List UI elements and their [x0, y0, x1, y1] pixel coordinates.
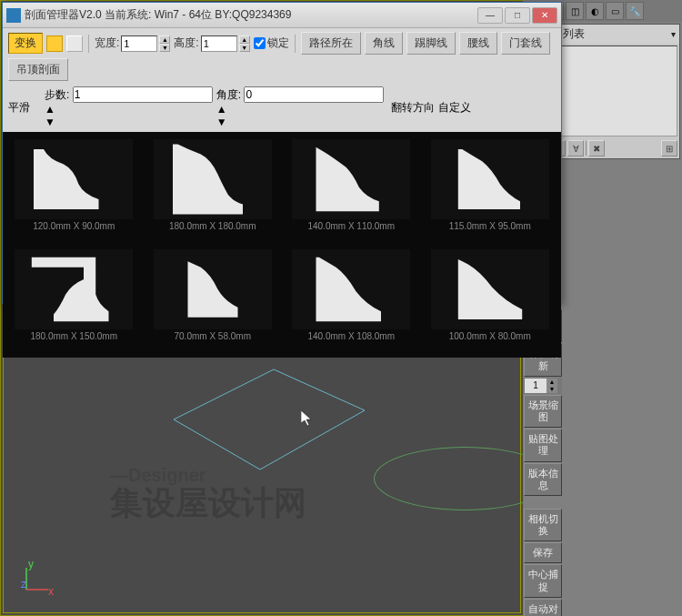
divider — [88, 35, 89, 53]
profile-thumb[interactable]: 180.0mm X 180.0mm — [149, 139, 277, 240]
width-label: 宽度: — [95, 35, 119, 51]
svg-marker-0 — [174, 369, 365, 470]
spin-up-icon[interactable]: ▲ — [547, 379, 557, 386]
hierarchy-tab-icon[interactable]: ◫ — [566, 2, 584, 20]
profile-caption: 140.0mm X 110.0mm — [307, 221, 395, 231]
watermark-cn: 集设屋设计网 — [110, 481, 306, 526]
svg-text:z: z — [21, 578, 26, 591]
profile-caption: 100.0mm X 80.0mm — [449, 331, 531, 341]
height-label: 高度: — [174, 35, 198, 51]
profile-caption: 115.0mm X 95.0mm — [449, 221, 531, 231]
transform-button[interactable]: 变换 — [8, 33, 43, 54]
scene-thumb-button[interactable]: 场景缩图 — [524, 395, 562, 428]
spin-down-icon[interactable]: ▼ — [547, 386, 557, 393]
version-info-button[interactable]: 版本信息 — [524, 463, 562, 496]
profile-thumb[interactable]: 140.0mm X 110.0mm — [287, 139, 416, 240]
utilities-tab-icon[interactable]: 🔧 — [626, 2, 644, 20]
profile-caption: 70.0mm X 58.0mm — [175, 331, 251, 341]
smooth-button[interactable]: 平滑 — [8, 100, 30, 116]
tab-ceiling[interactable]: 吊顶剖面 — [8, 58, 68, 81]
camera-switch-button[interactable]: 相机切换 — [524, 509, 562, 541]
spin-down-icon[interactable]: ▼ — [239, 44, 250, 52]
angle-label: 角度: — [216, 88, 241, 101]
spline-shape[interactable] — [165, 365, 374, 474]
custom-button[interactable]: 自定义 — [438, 100, 471, 116]
profile-caption: 180.0mm X 180.0mm — [169, 221, 256, 231]
spin-down-icon[interactable]: ▼ — [159, 44, 170, 52]
chevron-down-icon: ▾ — [671, 29, 676, 39]
app-icon — [6, 8, 21, 23]
axis-gizmo: y x z — [19, 560, 55, 597]
lock-checkbox[interactable] — [254, 37, 266, 49]
spin-down-icon[interactable]: ▼ — [216, 116, 385, 128]
profile-caption: 120.0mm X 90.0mm — [33, 221, 115, 231]
spin-up-icon[interactable]: ▲ — [216, 103, 385, 116]
tab-waist[interactable]: 腰线 — [459, 32, 497, 55]
width-input[interactable] — [121, 35, 157, 52]
corner-tr-button[interactable] — [66, 35, 83, 52]
titlebar[interactable]: 剖面管理器V2.0 当前系统: Win7 - 64位 BY:QQ9234369 … — [3, 3, 561, 28]
lock-label: 锁定 — [267, 35, 289, 51]
tab-baseboard[interactable]: 踢脚线 — [406, 32, 456, 55]
save-button[interactable]: 保存 — [524, 542, 562, 563]
profile-thumb[interactable]: 100.0mm X 80.0mm — [426, 249, 555, 350]
spin-up-icon[interactable]: ▲ — [159, 35, 170, 44]
profile-thumb[interactable]: 115.0mm X 95.0mm — [426, 139, 555, 240]
angle-input[interactable] — [244, 86, 384, 103]
auto-align-button[interactable]: 自动对齐 — [524, 599, 562, 616]
watermark: —Designer 集设屋设计网 — [110, 465, 306, 526]
profile-caption: 180.0mm X 150.0mm — [30, 331, 117, 341]
profile-thumb[interactable]: 140.0mm X 108.0mm — [287, 249, 416, 350]
toolbar-row2: 平滑 步数: ▲▼ 角度: ▲▼ 翻转方向 自定义 — [3, 85, 561, 132]
display-tab-icon[interactable]: ▭ — [606, 2, 624, 20]
center-snap-button[interactable]: 中心捕捉 — [524, 564, 562, 597]
window-title: 剖面管理器V2.0 当前系统: Win7 - 64位 BY:QQ9234369 — [25, 7, 291, 23]
profile-thumb[interactable]: 120.0mm X 90.0mm — [10, 139, 138, 240]
steps-label: 步数: — [45, 88, 69, 101]
minimize-button[interactable]: — — [477, 7, 503, 24]
texture-process-button[interactable]: 贴图处理 — [524, 429, 562, 461]
profile-thumb[interactable]: 70.0mm X 58.0mm — [149, 249, 277, 350]
motion-tab-icon[interactable]: ◐ — [586, 2, 604, 20]
remove-mod-icon[interactable]: ✖ — [588, 140, 605, 157]
profile-thumb[interactable]: 180.0mm X 150.0mm — [10, 249, 138, 350]
profile-manager-dialog: 剖面管理器V2.0 当前系统: Win7 - 64位 BY:QQ9234369 … — [2, 2, 562, 304]
spin-down-icon[interactable]: ▼ — [45, 116, 213, 128]
maximize-button[interactable]: □ — [505, 7, 530, 24]
spinner-value[interactable]: 1 — [525, 379, 547, 393]
cursor-icon — [301, 410, 316, 429]
corner-tl-button[interactable] — [46, 35, 63, 52]
profile-gallery[interactable]: 120.0mm X 90.0mm 180.0mm X 180.0mm 140.0… — [3, 132, 561, 358]
configure-icon[interactable]: ⊞ — [661, 140, 677, 157]
close-button[interactable]: ✕ — [532, 7, 557, 24]
tab-path[interactable]: 路径所在 — [301, 32, 361, 55]
flip-button[interactable]: 翻转方向 — [391, 100, 435, 116]
tab-corner[interactable]: 角线 — [365, 32, 403, 55]
steps-input[interactable] — [73, 86, 213, 103]
spin-up-icon[interactable]: ▲ — [45, 103, 213, 116]
svg-text:x: x — [48, 585, 54, 597]
toolbar-row1: 变换 宽度: ▲▼ 高度: ▲▼ 锁定 路径所在 角线 踢脚线 腰线 门套线 吊… — [3, 28, 561, 85]
spinner-control[interactable]: 1 ▲ ▼ — [524, 378, 562, 394]
tab-doorframe[interactable]: 门套线 — [501, 32, 550, 55]
height-input[interactable] — [201, 35, 237, 52]
divider — [295, 35, 296, 53]
spin-up-icon[interactable]: ▲ — [239, 35, 250, 44]
profile-caption: 140.0mm X 108.0mm — [307, 331, 395, 341]
make-unique-icon[interactable]: ∀ — [567, 140, 584, 157]
svg-text:y: y — [28, 560, 34, 571]
divider — [586, 141, 587, 156]
